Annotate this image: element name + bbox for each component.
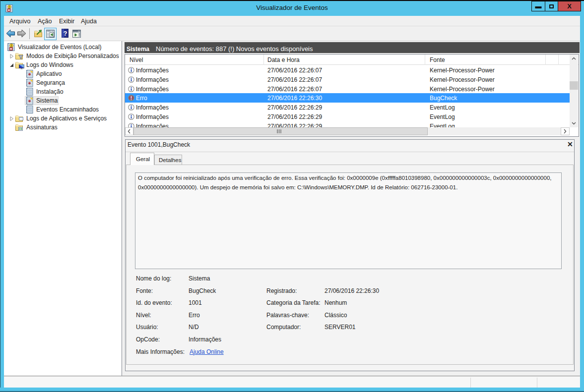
svg-text:?: ? — [64, 30, 67, 37]
